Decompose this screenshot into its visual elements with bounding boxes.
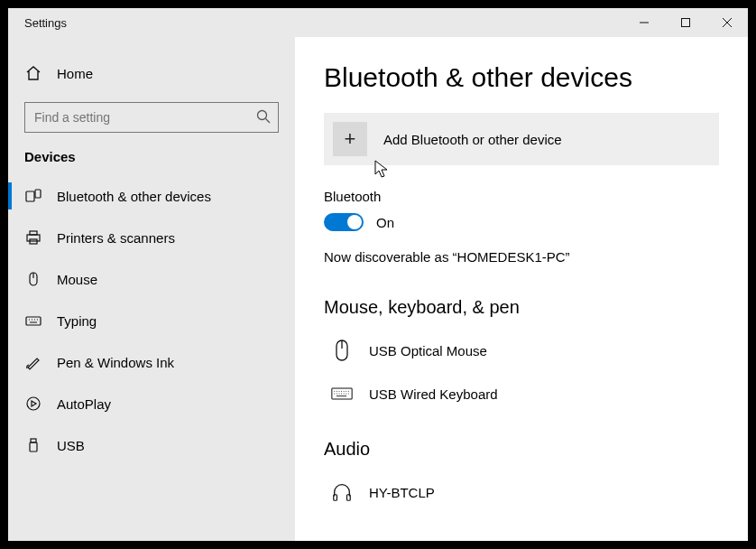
svg-rect-1 bbox=[682, 19, 690, 27]
svg-rect-8 bbox=[27, 235, 40, 241]
sidebar-item-label: Mouse bbox=[57, 272, 97, 287]
sidebar-item-bluetooth[interactable]: Bluetooth & other devices bbox=[8, 175, 295, 217]
body: Home Devices Bluetooth & other devices bbox=[8, 37, 748, 541]
search-icon bbox=[255, 108, 272, 125]
device-row-audio[interactable]: HY-BTCLP bbox=[324, 470, 719, 514]
pen-icon bbox=[24, 353, 42, 371]
devices-icon bbox=[24, 187, 42, 205]
close-button[interactable] bbox=[706, 8, 748, 37]
mouse-icon bbox=[331, 340, 353, 361]
sidebar-item-usb[interactable]: USB bbox=[8, 424, 295, 466]
mouse-icon bbox=[24, 270, 42, 288]
svg-point-4 bbox=[258, 111, 267, 120]
sidebar-item-label: Pen & Windows Ink bbox=[57, 355, 174, 370]
svg-rect-42 bbox=[347, 495, 351, 500]
sidebar-item-label: USB bbox=[57, 438, 85, 453]
sidebar-item-mouse[interactable]: Mouse bbox=[8, 258, 295, 300]
plus-icon: + bbox=[333, 122, 367, 156]
sidebar-item-label: Bluetooth & other devices bbox=[57, 189, 211, 204]
sidebar: Home Devices Bluetooth & other devices bbox=[8, 37, 295, 541]
device-name: USB Wired Keyboard bbox=[369, 386, 498, 402]
settings-window: Settings Home bbox=[8, 8, 748, 541]
sidebar-item-printers[interactable]: Printers & scanners bbox=[8, 217, 295, 258]
search-container bbox=[8, 91, 295, 142]
add-device-button[interactable]: + Add Bluetooth or other device bbox=[324, 113, 719, 165]
minimize-button[interactable] bbox=[623, 8, 665, 37]
toggle-state-label: On bbox=[376, 215, 394, 230]
home-icon bbox=[24, 64, 42, 82]
minimize-icon bbox=[639, 17, 650, 28]
headphones-icon bbox=[331, 481, 353, 503]
svg-rect-21 bbox=[31, 439, 36, 442]
add-device-label: Add Bluetooth or other device bbox=[383, 132, 562, 147]
window-title: Settings bbox=[24, 16, 67, 30]
section-title-audio: Audio bbox=[324, 439, 719, 460]
sidebar-item-label: Typing bbox=[57, 313, 97, 329]
home-label: Home bbox=[57, 66, 93, 81]
printer-icon bbox=[24, 228, 42, 247]
window-controls bbox=[623, 8, 748, 37]
sidebar-item-pen[interactable]: Pen & Windows Ink bbox=[8, 341, 295, 383]
sidebar-item-typing[interactable]: Typing bbox=[8, 300, 295, 341]
sidebar-nav: Bluetooth & other devices Printers & sca… bbox=[8, 175, 295, 466]
svg-rect-41 bbox=[334, 495, 337, 500]
sidebar-item-label: Printers & scanners bbox=[57, 230, 175, 246]
sidebar-item-autoplay[interactable]: AutoPlay bbox=[8, 383, 295, 424]
svg-point-19 bbox=[27, 397, 40, 410]
autoplay-icon bbox=[24, 395, 42, 413]
titlebar: Settings bbox=[8, 8, 748, 37]
device-row-keyboard[interactable]: USB Wired Keyboard bbox=[324, 372, 719, 415]
svg-rect-6 bbox=[26, 191, 34, 201]
maximize-button[interactable] bbox=[665, 8, 706, 37]
svg-rect-9 bbox=[30, 231, 37, 235]
close-icon bbox=[722, 17, 733, 28]
keyboard-icon bbox=[331, 383, 353, 405]
section-title-input: Mouse, keyboard, & pen bbox=[324, 297, 719, 318]
usb-icon bbox=[24, 436, 42, 454]
device-name: USB Optical Mouse bbox=[369, 343, 487, 358]
search-input[interactable] bbox=[24, 102, 279, 133]
sidebar-item-label: AutoPlay bbox=[57, 396, 111, 412]
maximize-icon bbox=[680, 17, 691, 28]
svg-rect-7 bbox=[35, 190, 41, 198]
device-row-mouse[interactable]: USB Optical Mouse bbox=[324, 329, 719, 372]
page-title: Bluetooth & other devices bbox=[324, 62, 719, 93]
content-pane: Bluetooth & other devices + Add Bluetoot… bbox=[295, 37, 748, 541]
discoverable-text: Now discoverable as “HOMEDESK1-PC” bbox=[324, 249, 719, 265]
device-name: HY-BTCLP bbox=[369, 485, 435, 500]
category-heading: Devices bbox=[8, 142, 295, 175]
home-button[interactable]: Home bbox=[8, 55, 295, 91]
bluetooth-heading: Bluetooth bbox=[324, 189, 719, 204]
svg-marker-20 bbox=[32, 401, 36, 406]
svg-line-5 bbox=[266, 119, 271, 124]
bluetooth-toggle[interactable] bbox=[324, 213, 364, 231]
keyboard-icon bbox=[24, 312, 42, 330]
svg-rect-13 bbox=[26, 317, 41, 325]
svg-rect-22 bbox=[30, 442, 37, 451]
